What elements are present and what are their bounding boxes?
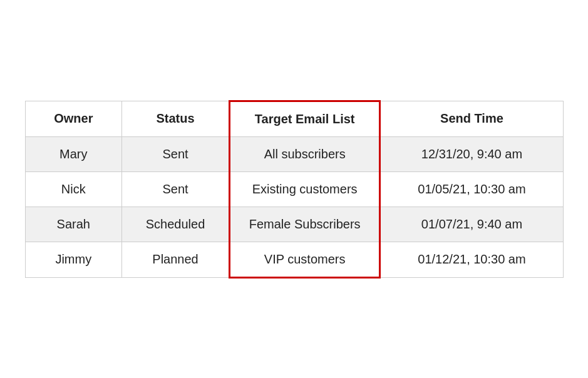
col-header-sendtime: Send Time xyxy=(380,101,563,136)
cell-sendtime-3: 01/07/21, 9:40 am xyxy=(380,207,563,242)
cell-sendtime-1: 12/31/20, 9:40 am xyxy=(380,136,563,171)
cell-status-2: Sent xyxy=(122,171,230,207)
cell-status-3: Scheduled xyxy=(122,207,230,242)
cell-target-1: All subscribers xyxy=(229,136,380,171)
cell-status-4: Planned xyxy=(122,242,230,277)
table-row: Sarah Scheduled Female Subscribers 01/07… xyxy=(25,207,563,242)
email-campaigns-table: Owner Status Target Email List Send Time… xyxy=(25,100,564,278)
cell-target-2: Existing customers xyxy=(229,171,380,207)
cell-status-1: Sent xyxy=(122,136,230,171)
cell-owner-1: Mary xyxy=(25,136,122,171)
cell-owner-2: Nick xyxy=(25,171,122,207)
table-row: Mary Sent All subscribers 12/31/20, 9:40… xyxy=(25,136,563,171)
col-header-status: Status xyxy=(122,101,230,136)
cell-target-3: Female Subscribers xyxy=(229,207,380,242)
cell-target-4: VIP customers xyxy=(229,242,380,277)
cell-sendtime-4: 01/12/21, 10:30 am xyxy=(380,242,563,277)
cell-owner-3: Sarah xyxy=(25,207,122,242)
cell-sendtime-2: 01/05/21, 10:30 am xyxy=(380,171,563,207)
table-row: Jimmy Planned VIP customers 01/12/21, 10… xyxy=(25,242,563,277)
table-row: Nick Sent Existing customers 01/05/21, 1… xyxy=(25,171,563,207)
col-header-owner: Owner xyxy=(25,101,122,136)
cell-owner-4: Jimmy xyxy=(25,242,122,277)
table-container: Owner Status Target Email List Send Time… xyxy=(25,100,564,278)
table-header-row: Owner Status Target Email List Send Time xyxy=(25,101,563,136)
col-header-target: Target Email List xyxy=(229,101,380,136)
